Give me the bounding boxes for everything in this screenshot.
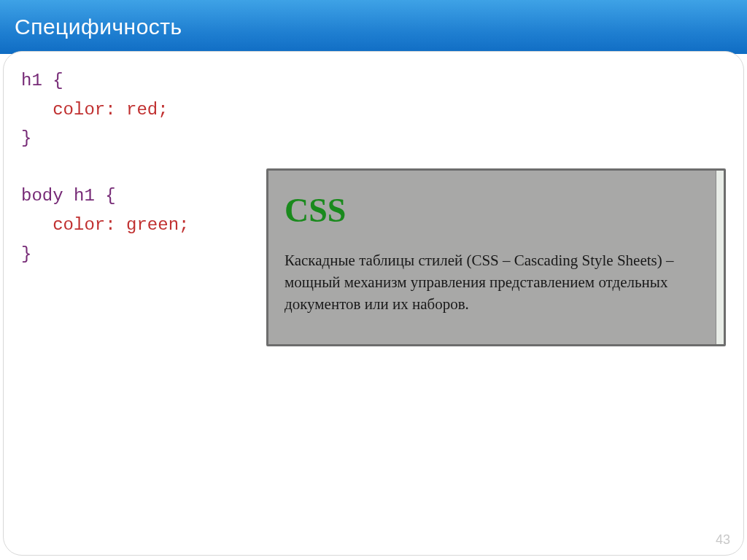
code-selector-1: h1 xyxy=(21,71,42,90)
title-bar: Специфичность xyxy=(0,0,747,54)
code-declaration-2: color: green; xyxy=(53,215,189,235)
slide: Специфичность h1 { color: red; } body h1… xyxy=(0,0,747,560)
example-heading: CSS xyxy=(285,191,708,230)
open-brace-2: { xyxy=(105,186,115,206)
rendered-example: CSS Каскадные таблицы стилей (CSS – Casc… xyxy=(266,168,726,346)
slide-body: h1 { color: red; } body h1 { color: gree… xyxy=(3,51,744,556)
example-paragraph: Каскадные таблицы стилей (CSS – Cascadin… xyxy=(285,250,708,315)
example-scrollbar xyxy=(716,171,724,344)
code-selector-2: body h1 xyxy=(21,186,95,206)
page-number: 43 xyxy=(716,532,730,548)
close-brace-1: } xyxy=(21,128,31,148)
code-declaration-1: color: red; xyxy=(53,100,168,120)
slide-title: Специфичность xyxy=(15,15,182,39)
open-brace-1: { xyxy=(53,71,63,90)
close-brace-2: } xyxy=(21,244,31,264)
